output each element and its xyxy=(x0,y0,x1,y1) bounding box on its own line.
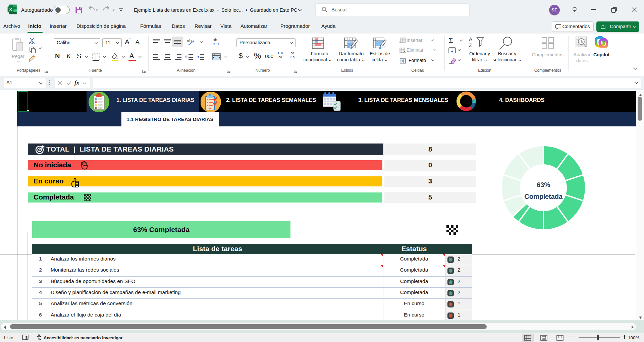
svg-text:A: A xyxy=(469,36,472,42)
svg-text:0: 0 xyxy=(293,56,294,59)
svg-text:.00: .00 xyxy=(290,52,294,55)
svg-text:c: c xyxy=(213,42,215,46)
svg-text:ab: ab xyxy=(187,38,192,43)
svg-text:.00: .00 xyxy=(278,56,282,59)
svg-text:Z: Z xyxy=(469,42,472,48)
svg-text:X: X xyxy=(9,7,12,12)
svg-text:0: 0 xyxy=(281,52,283,55)
